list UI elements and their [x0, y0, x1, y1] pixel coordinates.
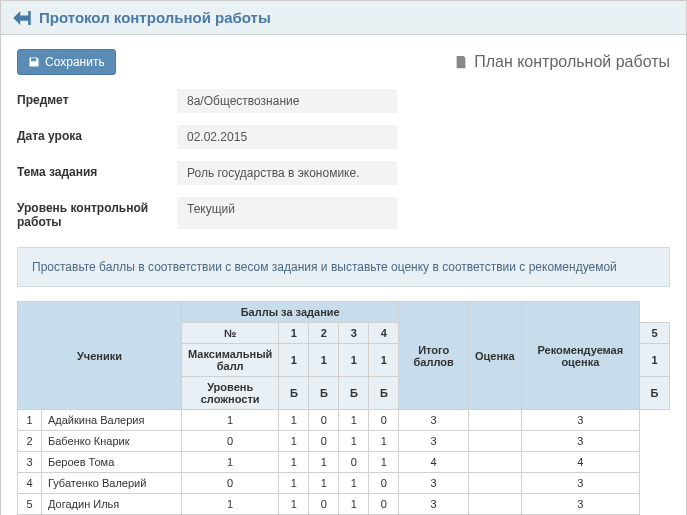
topic-label: Тема задания [17, 161, 177, 185]
scores-table: Ученики Баллы за задание Итого баллов Оц… [17, 301, 670, 515]
score-cell[interactable]: 1 [339, 410, 369, 431]
task-num-label: № [182, 323, 279, 344]
row-num: 4 [18, 473, 42, 494]
total-cell: 3 [399, 410, 469, 431]
rec-cell: 4 [521, 452, 639, 473]
score-cell[interactable]: 1 [279, 494, 309, 515]
row-num: 3 [18, 452, 42, 473]
plan-link[interactable]: План контрольной работы [454, 53, 670, 71]
total-cell: 4 [399, 452, 469, 473]
topic-value: Роль государства в экономике. [177, 161, 397, 185]
score-cell[interactable]: 1 [279, 431, 309, 452]
grade-cell[interactable] [468, 410, 521, 431]
save-icon [28, 56, 40, 68]
score-cell[interactable]: 0 [309, 410, 339, 431]
score-cell[interactable]: 0 [369, 494, 399, 515]
col-total: Итого баллов [399, 302, 469, 410]
score-cell[interactable]: 1 [279, 410, 309, 431]
score-cell[interactable]: 0 [182, 473, 279, 494]
score-cell[interactable]: 1 [369, 452, 399, 473]
document-icon [454, 55, 468, 69]
row-num: 1 [18, 410, 42, 431]
task-num-0: 1 [279, 323, 309, 344]
rec-cell: 3 [521, 494, 639, 515]
total-cell: 3 [399, 473, 469, 494]
page-title: Протокол контрольной работы [39, 9, 271, 26]
max-val-4: 1 [640, 344, 670, 377]
page-header: Протокол контрольной работы [1, 1, 686, 35]
col-students: Ученики [18, 302, 182, 410]
score-cell[interactable]: 1 [279, 452, 309, 473]
score-cell[interactable]: 1 [339, 473, 369, 494]
max-val-0: 1 [279, 344, 309, 377]
date-value: 02.02.2015 [177, 125, 397, 149]
table-row: 5Догадин Илья1101033 [18, 494, 670, 515]
date-label: Дата урока [17, 125, 177, 149]
info-box: Проставьте баллы в соответствии с весом … [17, 247, 670, 287]
score-cell[interactable]: 1 [309, 452, 339, 473]
student-name: Догадин Илья [42, 494, 182, 515]
table-row: 4Губатенко Валерий0111033 [18, 473, 670, 494]
score-cell[interactable]: 0 [182, 431, 279, 452]
row-num: 5 [18, 494, 42, 515]
level-value: Текущий [177, 197, 397, 229]
score-cell[interactable]: 0 [369, 410, 399, 431]
task-num-3: 4 [369, 323, 399, 344]
diff-val-4: Б [640, 377, 670, 410]
score-cell[interactable]: 1 [182, 410, 279, 431]
score-cell[interactable]: 1 [339, 431, 369, 452]
diff-val-0: Б [279, 377, 309, 410]
subject-value: 8а/Обществознание [177, 89, 397, 113]
max-label: Максимальный балл [182, 344, 279, 377]
score-cell[interactable]: 0 [369, 473, 399, 494]
max-val-3: 1 [369, 344, 399, 377]
rec-cell: 3 [521, 431, 639, 452]
col-scores: Баллы за задание [182, 302, 399, 323]
rec-cell: 3 [521, 410, 639, 431]
grade-cell[interactable] [468, 473, 521, 494]
task-num-2: 3 [339, 323, 369, 344]
student-name: Губатенко Валерий [42, 473, 182, 494]
diff-label: Уровень сложности [182, 377, 279, 410]
score-cell[interactable]: 0 [309, 494, 339, 515]
save-button-label: Сохранить [45, 55, 105, 69]
score-cell[interactable]: 1 [309, 473, 339, 494]
score-cell[interactable]: 1 [339, 494, 369, 515]
max-val-1: 1 [309, 344, 339, 377]
plan-link-label: План контрольной работы [474, 53, 670, 71]
score-cell[interactable]: 0 [339, 452, 369, 473]
grade-cell[interactable] [468, 431, 521, 452]
row-num: 2 [18, 431, 42, 452]
save-button[interactable]: Сохранить [17, 49, 116, 75]
total-cell: 3 [399, 431, 469, 452]
max-val-2: 1 [339, 344, 369, 377]
grade-cell[interactable] [468, 494, 521, 515]
table-row: 3Бероев Тома1110144 [18, 452, 670, 473]
table-row: 2Бабенко Кнарик0101133 [18, 431, 670, 452]
score-cell[interactable]: 1 [182, 494, 279, 515]
diff-val-3: Б [369, 377, 399, 410]
rec-cell: 3 [521, 473, 639, 494]
diff-val-2: Б [339, 377, 369, 410]
back-arrow-icon[interactable] [13, 10, 31, 26]
table-row: 1Адайкина Валерия1101033 [18, 410, 670, 431]
task-num-1: 2 [309, 323, 339, 344]
score-cell[interactable]: 1 [369, 431, 399, 452]
col-rec: Рекомендуемая оценка [521, 302, 639, 410]
student-name: Бероев Тома [42, 452, 182, 473]
student-name: Адайкина Валерия [42, 410, 182, 431]
subject-label: Предмет [17, 89, 177, 113]
level-label: Уровень контрольной работы [17, 197, 177, 229]
task-num-4: 5 [640, 323, 670, 344]
score-cell[interactable]: 1 [279, 473, 309, 494]
grade-cell[interactable] [468, 452, 521, 473]
col-grade: Оценка [468, 302, 521, 410]
score-cell[interactable]: 1 [182, 452, 279, 473]
score-cell[interactable]: 0 [309, 431, 339, 452]
student-name: Бабенко Кнарик [42, 431, 182, 452]
total-cell: 3 [399, 494, 469, 515]
diff-val-1: Б [309, 377, 339, 410]
